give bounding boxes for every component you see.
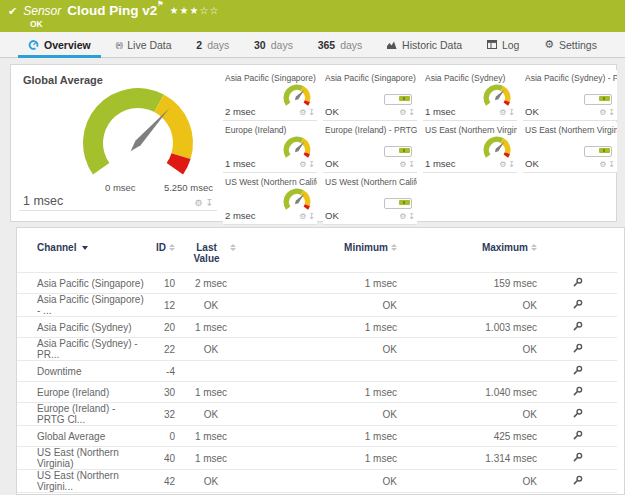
tab-30-days[interactable]: 30 days [250, 32, 297, 57]
edit-channel-button[interactable] [537, 273, 617, 294]
edit-channel-button[interactable] [537, 317, 617, 338]
gear-icon[interactable]: ⚙ [299, 109, 306, 117]
edit-channel-button[interactable] [537, 426, 617, 447]
flag-icon[interactable]: ⚑ [157, 0, 163, 7]
tile-title: Asia Pacific (Sydney) - PRTG ... [525, 73, 617, 83]
toggle-knob [399, 200, 410, 205]
channel-name[interactable]: Asia Pacific (Singapore) - ... [17, 294, 145, 317]
gear-icon[interactable]: ⚙ [299, 213, 306, 221]
tab-historic-data[interactable]: Historic Data [383, 32, 466, 57]
broadcast-icon: ((•)) [115, 41, 122, 48]
pin-icon[interactable]: ↧ [608, 109, 615, 117]
tab-label: Overview [44, 39, 91, 51]
channel-id: 40 [145, 447, 175, 470]
gear-icon[interactable]: ⚙ [399, 109, 406, 117]
gauge-tile: US West (Northern California)2 msec⚙↧ [223, 174, 317, 225]
sensor-header: ✔ Sensor Cloud Ping v2⚑ ★★★☆☆ OK [0, 0, 625, 32]
table-row: Global Average01 msec1 msec425 msec [17, 426, 617, 447]
toggle-knob [599, 96, 610, 101]
channel-maximum: 1.314 msec [397, 447, 537, 470]
channel-name[interactable]: Asia Pacific (Sydney) [17, 317, 145, 338]
tile-value: OK [525, 106, 539, 117]
pin-icon[interactable]: ↧ [308, 109, 315, 117]
edit-channel-icon [572, 321, 583, 332]
channel-name[interactable]: Global Average [17, 426, 145, 447]
pin-icon[interactable]: ↧ [408, 213, 415, 221]
channel-name[interactable]: Asia Pacific (Sydney) - PR... [17, 338, 145, 361]
gauge-chart [278, 186, 316, 212]
column-header-id[interactable]: ID [145, 228, 175, 273]
gear-icon[interactable]: ⚙ [399, 161, 406, 169]
edit-channel-button[interactable] [537, 470, 617, 493]
tab-365-days[interactable]: 365 days [314, 32, 367, 57]
edit-channel-button[interactable] [537, 294, 617, 317]
sensor-category-label: Sensor [23, 4, 61, 18]
sort-icon [230, 244, 236, 251]
tab-live-data[interactable]: ((•)) Live Data [111, 32, 175, 57]
edit-channel-button[interactable] [537, 447, 617, 470]
tile-value: OK [325, 106, 339, 117]
gauge-tile: Europe (Ireland)1 msec⚙↧ [223, 122, 317, 173]
gear-icon[interactable]: ⚙ [399, 213, 406, 221]
channel-name[interactable]: Europe (Ireland) [17, 382, 145, 403]
gear-icon[interactable]: ⚙ [299, 161, 306, 169]
channel-last-value: 1 msec [175, 447, 247, 470]
column-header-maximum[interactable]: Maximum [397, 228, 537, 273]
pin-icon[interactable]: ↧ [308, 161, 315, 169]
channel-name[interactable]: Downtime [17, 361, 145, 382]
tab-log[interactable]: Log [483, 32, 524, 57]
tab-overview[interactable]: Overview [24, 32, 95, 57]
column-header-last-value[interactable]: Last Value [175, 228, 247, 273]
tab-label: Live Data [127, 39, 171, 51]
pin-icon[interactable]: ↧ [408, 109, 415, 117]
edit-channel-button[interactable] [537, 361, 617, 382]
channel-name[interactable]: Europe (Ireland) - PRTG Cl... [17, 403, 145, 426]
gauge-scale-max: 5.250 msec [164, 182, 213, 193]
table-row: Downtime-4 [17, 361, 617, 382]
gear-icon[interactable]: ⚙ [194, 199, 202, 208]
column-header-channel[interactable]: Channel [17, 228, 145, 273]
pin-icon[interactable]: ↧ [205, 199, 213, 208]
channel-name[interactable]: US East (Northern Virgini... [17, 470, 145, 493]
gear-icon[interactable]: ⚙ [499, 109, 506, 117]
pin-icon[interactable]: ↧ [308, 213, 315, 221]
channel-name[interactable]: Asia Pacific (Singapore) [17, 273, 145, 294]
channel-name[interactable]: US East (Northern Virginia) [17, 447, 145, 470]
table-row: US East (Northern Virginia)401 msec1 mse… [17, 447, 617, 470]
gear-icon[interactable]: ⚙ [599, 161, 606, 169]
pin-icon[interactable]: ↧ [508, 161, 515, 169]
channel-id: -4 [145, 361, 175, 382]
pin-icon[interactable]: ↧ [508, 109, 515, 117]
tile-value: OK [525, 158, 539, 169]
tile-value: 1 msec [425, 106, 456, 117]
gear-icon[interactable]: ⚙ [599, 109, 606, 117]
edit-channel-icon [572, 408, 583, 419]
status-toggle [384, 94, 412, 105]
column-header-minimum[interactable]: Minimum [247, 228, 397, 273]
tab-label: days [340, 39, 362, 51]
gauge-chart [478, 82, 516, 108]
edit-channel-button[interactable] [537, 382, 617, 403]
tab-2-days[interactable]: 2 days [192, 32, 233, 57]
channel-minimum: OK [247, 470, 397, 493]
tab-label: Historic Data [402, 39, 462, 51]
tab-number: 2 [196, 39, 202, 51]
edit-channel-button[interactable] [537, 403, 617, 426]
tab-settings[interactable]: ⚙ Settings [540, 32, 601, 57]
pin-icon[interactable]: ↧ [408, 161, 415, 169]
status-toggle [584, 94, 612, 105]
edit-channel-button[interactable] [537, 338, 617, 361]
channel-minimum: 1 msec [247, 273, 397, 294]
channel-last-value [175, 361, 247, 382]
pin-icon[interactable]: ↧ [608, 161, 615, 169]
gear-icon[interactable]: ⚙ [499, 161, 506, 169]
rating-stars[interactable]: ★★★☆☆ [170, 5, 220, 16]
tile-title: Asia Pacific (Singapore) - PR... [325, 73, 417, 83]
edit-channel-icon [572, 386, 583, 397]
tile-value: OK [325, 158, 339, 169]
channel-maximum: OK [397, 403, 537, 426]
channel-minimum: 1 msec [247, 447, 397, 470]
gauge-chart [478, 134, 516, 160]
channel-maximum [397, 361, 537, 382]
table-row: US East (Northern Virgini...42OKOKOK [17, 470, 617, 493]
